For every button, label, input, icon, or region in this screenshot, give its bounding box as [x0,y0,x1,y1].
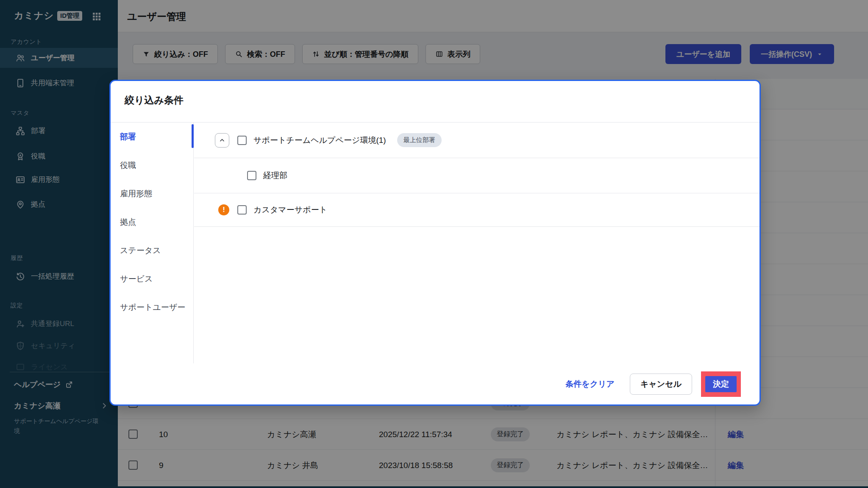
tree-label: カスタマーサポート [253,204,327,215]
tree-row: 経理部 [194,158,760,193]
tree-label: サポートチームヘルプページ環境(1) [253,135,386,146]
tab-role[interactable]: 役職 [111,151,193,179]
modal-title: 絞り込み条件 [125,94,184,107]
clear-conditions-link[interactable]: 条件をクリア [565,379,615,390]
filter-conditions-modal: 絞り込み条件 部署 役職 雇用形態 拠点 ステータス サービス サポートユーザー… [109,80,761,406]
tab-location[interactable]: 拠点 [111,208,193,236]
warning-icon: ! [218,204,229,215]
top-level-department-badge: 最上位部署 [397,133,442,147]
selected-tab-indicator [192,124,194,148]
tab-employment-type[interactable]: 雇用形態 [111,179,193,208]
tab-support-user[interactable]: サポートユーザー [111,293,193,321]
tree-checkbox[interactable] [237,205,247,215]
tree-row: ! カスタマーサポート [194,193,760,227]
filter-tab-rail: 部署 役職 雇用形態 拠点 ステータス サービス サポートユーザー [111,123,194,363]
department-tree: サポートチームヘルプページ環境(1) 最上位部署 経理部 ! カスタマーサポート [194,123,760,227]
tab-service[interactable]: サービス [111,265,193,293]
tree-row: サポートチームヘルプページ環境(1) 最上位部署 [194,123,760,158]
tab-status[interactable]: ステータス [111,236,193,265]
tree-checkbox[interactable] [237,136,247,145]
cancel-button[interactable]: キャンセル [630,374,692,395]
chevron-up-icon [219,137,225,144]
tree-label: 経理部 [263,170,287,181]
submit-highlight-frame: 決定 [701,371,741,397]
collapse-button[interactable] [215,133,229,148]
modal-footer: 条件をクリア キャンセル 決定 [565,371,741,397]
tree-checkbox[interactable] [247,171,256,180]
submit-button[interactable]: 決定 [705,376,737,392]
tab-department[interactable]: 部署 [111,123,193,151]
